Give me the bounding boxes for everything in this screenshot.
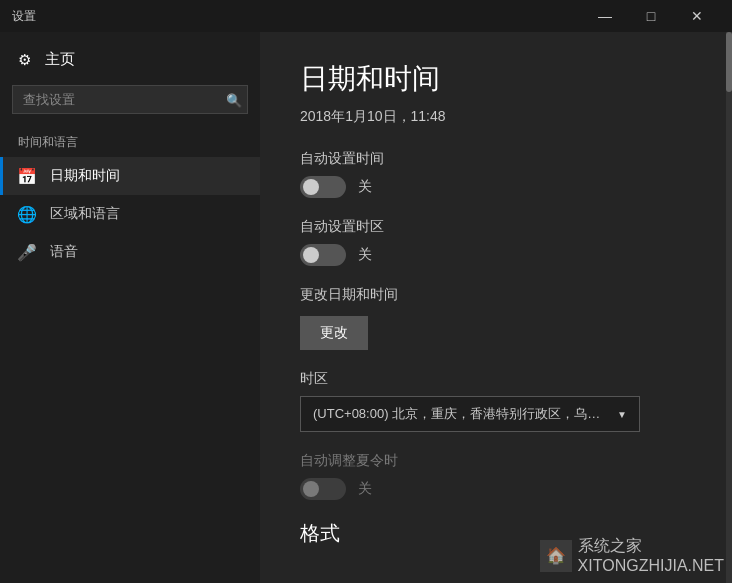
chevron-down-icon: ▼ bbox=[617, 409, 627, 420]
speech-icon: 🎤 bbox=[18, 243, 36, 261]
auto-dst-state: 关 bbox=[358, 480, 372, 498]
sidebar-item-datetime[interactable]: 📅 日期和时间 bbox=[0, 157, 260, 195]
auto-timezone-label: 自动设置时区 bbox=[300, 218, 692, 236]
sidebar-speech-label: 语音 bbox=[50, 243, 78, 261]
close-button[interactable]: ✕ bbox=[674, 0, 720, 32]
region-icon: 🌐 bbox=[18, 205, 36, 223]
change-datetime-section: 更改日期和时间 更改 bbox=[300, 286, 692, 350]
auto-dst-label: 自动调整夏令时 bbox=[300, 452, 692, 470]
page-title: 日期和时间 bbox=[300, 60, 692, 98]
timezone-dropdown[interactable]: (UTC+08:00) 北京，重庆，香港特别行政区，乌鲁木 ▼ bbox=[300, 396, 640, 432]
timezone-label: 时区 bbox=[300, 370, 692, 388]
watermark-site: 系统之家 bbox=[578, 536, 724, 557]
title-bar-controls: — □ ✕ bbox=[582, 0, 720, 32]
gear-icon: ⚙ bbox=[18, 51, 31, 69]
auto-time-section: 自动设置时间 关 bbox=[300, 150, 692, 198]
search-icon[interactable]: 🔍 bbox=[226, 92, 242, 107]
sidebar-region-label: 区域和语言 bbox=[50, 205, 120, 223]
auto-time-label: 自动设置时间 bbox=[300, 150, 692, 168]
watermark-text: 系统之家 XITONGZHIJIA.NET bbox=[578, 536, 724, 575]
section-label: 时间和语言 bbox=[0, 128, 260, 157]
auto-dst-toggle bbox=[300, 478, 346, 500]
scrollbar[interactable] bbox=[726, 32, 732, 583]
auto-timezone-section: 自动设置时区 关 bbox=[300, 218, 692, 266]
auto-dst-section: 自动调整夏令时 关 bbox=[300, 452, 692, 500]
maximize-button[interactable]: □ bbox=[628, 0, 674, 32]
current-datetime: 2018年1月10日，11:48 bbox=[300, 108, 692, 126]
sidebar-home[interactable]: ⚙ 主页 bbox=[0, 40, 260, 79]
search-box: 🔍 bbox=[12, 85, 248, 114]
auto-time-toggle[interactable] bbox=[300, 176, 346, 198]
scrollbar-thumb[interactable] bbox=[726, 32, 732, 92]
sidebar-datetime-label: 日期和时间 bbox=[50, 167, 120, 185]
auto-dst-toggle-row: 关 bbox=[300, 478, 692, 500]
watermark-icon: 🏠 bbox=[540, 540, 572, 572]
calendar-icon: 📅 bbox=[18, 167, 36, 185]
search-input[interactable] bbox=[12, 85, 248, 114]
sidebar: ⚙ 主页 🔍 时间和语言 📅 日期和时间 🌐 区域和语言 🎤 语音 bbox=[0, 32, 260, 583]
auto-timezone-state: 关 bbox=[358, 246, 372, 264]
change-button[interactable]: 更改 bbox=[300, 316, 368, 350]
title-bar: 设置 — □ ✕ bbox=[0, 0, 732, 32]
sidebar-item-region[interactable]: 🌐 区域和语言 bbox=[0, 195, 260, 233]
timezone-value: (UTC+08:00) 北京，重庆，香港特别行政区，乌鲁木 bbox=[313, 405, 609, 423]
watermark-url: XITONGZHIJIA.NET bbox=[578, 557, 724, 575]
sidebar-item-speech[interactable]: 🎤 语音 bbox=[0, 233, 260, 271]
change-datetime-label: 更改日期和时间 bbox=[300, 286, 692, 304]
app-title: 设置 bbox=[12, 8, 36, 25]
auto-time-state: 关 bbox=[358, 178, 372, 196]
sidebar-home-label: 主页 bbox=[45, 50, 75, 69]
auto-timezone-toggle[interactable] bbox=[300, 244, 346, 266]
app-container: ⚙ 主页 🔍 时间和语言 📅 日期和时间 🌐 区域和语言 🎤 语音 日期和时间 … bbox=[0, 32, 732, 583]
watermark: 🏠 系统之家 XITONGZHIJIA.NET bbox=[540, 536, 724, 575]
auto-time-toggle-row: 关 bbox=[300, 176, 692, 198]
minimize-button[interactable]: — bbox=[582, 0, 628, 32]
title-bar-left: 设置 bbox=[12, 8, 36, 25]
timezone-section: 时区 (UTC+08:00) 北京，重庆，香港特别行政区，乌鲁木 ▼ bbox=[300, 370, 692, 432]
content-area: 日期和时间 2018年1月10日，11:48 自动设置时间 关 自动设置时区 关… bbox=[260, 32, 732, 583]
auto-timezone-toggle-row: 关 bbox=[300, 244, 692, 266]
